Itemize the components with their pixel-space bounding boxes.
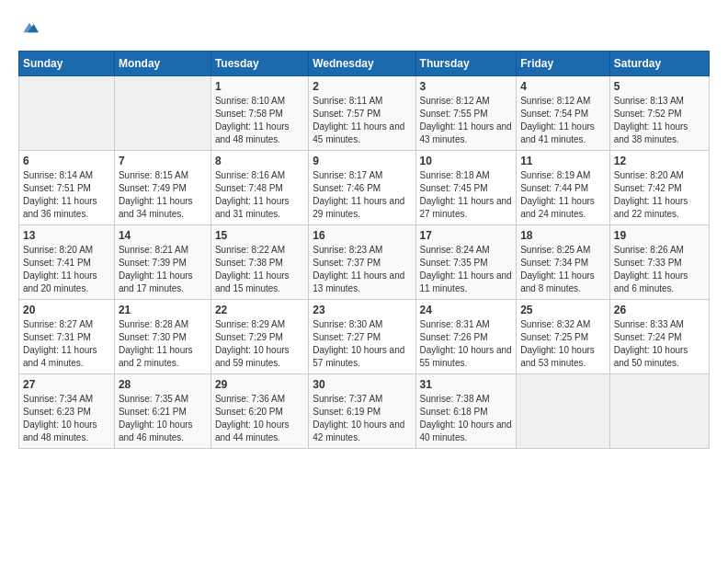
day-info: Sunrise: 8:12 AM Sunset: 7:54 PM Dayligh… <box>520 95 606 146</box>
day-info: Sunrise: 7:34 AM Sunset: 6:23 PM Dayligh… <box>23 393 110 444</box>
day-number: 8 <box>215 155 304 167</box>
day-info: Sunrise: 8:11 AM Sunset: 7:57 PM Dayligh… <box>313 95 411 146</box>
weekday-header-saturday: Saturday <box>609 51 709 75</box>
day-info: Sunrise: 8:13 AM Sunset: 7:52 PM Dayligh… <box>614 95 705 146</box>
calendar-cell: 23 Sunrise: 8:30 AM Sunset: 7:27 PM Dayl… <box>309 299 415 373</box>
day-number: 26 <box>614 304 705 316</box>
day-number: 3 <box>420 80 513 93</box>
day-number: 6 <box>23 155 110 167</box>
day-number: 29 <box>215 378 304 391</box>
calendar-cell: 15 Sunrise: 8:22 AM Sunset: 7:38 PM Dayl… <box>210 224 308 299</box>
calendar-cell: 5 Sunrise: 8:13 AM Sunset: 7:52 PM Dayli… <box>609 75 709 150</box>
day-info: Sunrise: 8:22 AM Sunset: 7:38 PM Dayligh… <box>215 244 304 295</box>
calendar-cell: 25 Sunrise: 8:32 AM Sunset: 7:25 PM Dayl… <box>517 299 610 373</box>
calendar-header: SundayMondayTuesdayWednesdayThursdayFrid… <box>19 51 710 75</box>
day-number: 30 <box>313 378 411 391</box>
calendar-cell: 26 Sunrise: 8:33 AM Sunset: 7:24 PM Dayl… <box>609 299 709 373</box>
calendar-cell: 3 Sunrise: 8:12 AM Sunset: 7:55 PM Dayli… <box>415 75 517 150</box>
calendar-cell: 18 Sunrise: 8:25 AM Sunset: 7:34 PM Dayl… <box>517 224 610 299</box>
day-number: 18 <box>520 229 606 242</box>
day-number: 5 <box>614 80 705 93</box>
calendar-cell: 6 Sunrise: 8:14 AM Sunset: 7:51 PM Dayli… <box>19 150 115 224</box>
day-info: Sunrise: 7:37 AM Sunset: 6:19 PM Dayligh… <box>313 393 411 444</box>
day-info: Sunrise: 8:16 AM Sunset: 7:48 PM Dayligh… <box>215 169 304 221</box>
logo-text <box>18 18 39 41</box>
calendar-cell: 17 Sunrise: 8:24 AM Sunset: 7:35 PM Dayl… <box>415 224 517 299</box>
day-number: 20 <box>23 304 110 316</box>
day-number: 10 <box>420 155 513 167</box>
calendar-table: SundayMondayTuesdayWednesdayThursdayFrid… <box>18 51 710 449</box>
day-info: Sunrise: 8:15 AM Sunset: 7:49 PM Dayligh… <box>119 169 207 221</box>
weekday-header-sunday: Sunday <box>19 51 115 75</box>
page-header <box>18 18 710 41</box>
calendar-week-row: 20 Sunrise: 8:27 AM Sunset: 7:31 PM Dayl… <box>19 299 710 373</box>
day-number: 1 <box>215 80 304 93</box>
calendar-body: 1 Sunrise: 8:10 AM Sunset: 7:58 PM Dayli… <box>19 75 710 448</box>
day-info: Sunrise: 8:10 AM Sunset: 7:58 PM Dayligh… <box>215 95 304 146</box>
day-number: 14 <box>119 229 207 242</box>
day-number: 13 <box>23 229 110 242</box>
day-number: 7 <box>119 155 207 167</box>
calendar-cell: 9 Sunrise: 8:17 AM Sunset: 7:46 PM Dayli… <box>309 150 415 224</box>
day-number: 9 <box>313 155 411 167</box>
day-number: 4 <box>520 80 606 93</box>
calendar-cell <box>114 75 210 150</box>
day-info: Sunrise: 8:20 AM Sunset: 7:41 PM Dayligh… <box>23 244 110 295</box>
weekday-row: SundayMondayTuesdayWednesdayThursdayFrid… <box>19 51 710 75</box>
calendar-cell: 12 Sunrise: 8:20 AM Sunset: 7:42 PM Dayl… <box>609 150 709 224</box>
weekday-header-monday: Monday <box>114 51 210 75</box>
calendar-cell: 31 Sunrise: 7:38 AM Sunset: 6:18 PM Dayl… <box>415 373 517 448</box>
calendar-week-row: 27 Sunrise: 7:34 AM Sunset: 6:23 PM Dayl… <box>19 373 710 448</box>
weekday-header-friday: Friday <box>517 51 610 75</box>
calendar-cell: 8 Sunrise: 8:16 AM Sunset: 7:48 PM Dayli… <box>210 150 308 224</box>
day-info: Sunrise: 8:27 AM Sunset: 7:31 PM Dayligh… <box>23 318 110 370</box>
calendar-cell: 21 Sunrise: 8:28 AM Sunset: 7:30 PM Dayl… <box>114 299 210 373</box>
calendar-week-row: 13 Sunrise: 8:20 AM Sunset: 7:41 PM Dayl… <box>19 224 710 299</box>
day-info: Sunrise: 8:24 AM Sunset: 7:35 PM Dayligh… <box>420 244 513 295</box>
day-number: 11 <box>520 155 606 167</box>
day-number: 17 <box>420 229 513 242</box>
day-info: Sunrise: 8:26 AM Sunset: 7:33 PM Dayligh… <box>614 244 705 295</box>
calendar-cell: 14 Sunrise: 8:21 AM Sunset: 7:39 PM Dayl… <box>114 224 210 299</box>
weekday-header-thursday: Thursday <box>415 51 517 75</box>
weekday-header-tuesday: Tuesday <box>210 51 308 75</box>
calendar-cell: 2 Sunrise: 8:11 AM Sunset: 7:57 PM Dayli… <box>309 75 415 150</box>
day-info: Sunrise: 8:30 AM Sunset: 7:27 PM Dayligh… <box>313 318 411 370</box>
day-number: 23 <box>313 304 411 316</box>
calendar-cell: 30 Sunrise: 7:37 AM Sunset: 6:19 PM Dayl… <box>309 373 415 448</box>
day-info: Sunrise: 8:12 AM Sunset: 7:55 PM Dayligh… <box>420 95 513 146</box>
day-number: 15 <box>215 229 304 242</box>
calendar-cell: 10 Sunrise: 8:18 AM Sunset: 7:45 PM Dayl… <box>415 150 517 224</box>
day-info: Sunrise: 8:18 AM Sunset: 7:45 PM Dayligh… <box>420 169 513 221</box>
day-info: Sunrise: 8:21 AM Sunset: 7:39 PM Dayligh… <box>119 244 207 295</box>
day-number: 19 <box>614 229 705 242</box>
day-info: Sunrise: 8:32 AM Sunset: 7:25 PM Dayligh… <box>520 318 606 370</box>
day-info: Sunrise: 8:25 AM Sunset: 7:34 PM Dayligh… <box>520 244 606 295</box>
day-info: Sunrise: 7:36 AM Sunset: 6:20 PM Dayligh… <box>215 393 304 444</box>
day-number: 24 <box>420 304 513 316</box>
calendar-cell: 28 Sunrise: 7:35 AM Sunset: 6:21 PM Dayl… <box>114 373 210 448</box>
calendar-cell: 22 Sunrise: 8:29 AM Sunset: 7:29 PM Dayl… <box>210 299 308 373</box>
day-info: Sunrise: 7:35 AM Sunset: 6:21 PM Dayligh… <box>119 393 207 444</box>
day-info: Sunrise: 8:31 AM Sunset: 7:26 PM Dayligh… <box>420 318 513 370</box>
day-info: Sunrise: 8:29 AM Sunset: 7:29 PM Dayligh… <box>215 318 304 370</box>
calendar-cell: 20 Sunrise: 8:27 AM Sunset: 7:31 PM Dayl… <box>19 299 115 373</box>
day-number: 12 <box>614 155 705 167</box>
calendar-cell <box>19 75 115 150</box>
calendar-cell <box>517 373 610 448</box>
calendar-cell: 11 Sunrise: 8:19 AM Sunset: 7:44 PM Dayl… <box>517 150 610 224</box>
calendar-cell: 19 Sunrise: 8:26 AM Sunset: 7:33 PM Dayl… <box>609 224 709 299</box>
day-number: 2 <box>313 80 411 93</box>
logo <box>18 18 39 41</box>
day-number: 31 <box>420 378 513 391</box>
calendar-cell: 16 Sunrise: 8:23 AM Sunset: 7:37 PM Dayl… <box>309 224 415 299</box>
day-info: Sunrise: 8:17 AM Sunset: 7:46 PM Dayligh… <box>313 169 411 221</box>
day-number: 21 <box>119 304 207 316</box>
calendar-cell: 4 Sunrise: 8:12 AM Sunset: 7:54 PM Dayli… <box>517 75 610 150</box>
day-info: Sunrise: 7:38 AM Sunset: 6:18 PM Dayligh… <box>420 393 513 444</box>
day-info: Sunrise: 8:28 AM Sunset: 7:30 PM Dayligh… <box>119 318 207 370</box>
day-number: 25 <box>520 304 606 316</box>
calendar-week-row: 1 Sunrise: 8:10 AM Sunset: 7:58 PM Dayli… <box>19 75 710 150</box>
logo-icon <box>20 18 39 37</box>
day-number: 28 <box>119 378 207 391</box>
